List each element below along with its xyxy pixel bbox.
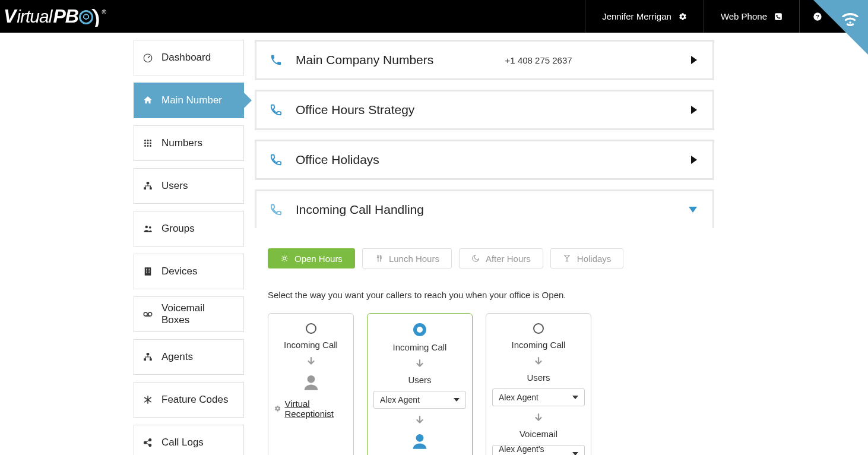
sidebar-item-label: Groups [161,223,195,235]
gear-icon [274,405,281,412]
home-icon [142,95,153,106]
card-voicemail-label: Voicemail [519,429,557,439]
svg-rect-25 [149,273,150,274]
svg-point-13 [150,145,151,147]
card-incoming-label: Incoming Call [393,342,447,352]
radio-selected[interactable] [413,323,426,336]
card-users-label: Users [527,372,550,383]
sidebar-item-call-logs[interactable]: Call Logs [134,425,244,455]
chevron-down-icon [689,207,697,213]
routing-card-user-voicemail[interactable]: Incoming Call Users Alex Agent Voicemail… [486,313,591,455]
sidebar-item-main-number[interactable]: Main Number [134,83,244,118]
tab-label: Holidays [577,254,612,264]
sidebar-item-label: Call Logs [161,437,204,448]
radio-unselected[interactable] [306,323,316,334]
svg-rect-15 [144,187,146,189]
sidebar-item-dashboard[interactable]: Dashboard [134,40,244,75]
svg-point-26 [144,312,147,316]
user-menu[interactable]: Jennifer Merrigan [585,0,704,33]
sidebar-item-label: Users [161,180,188,192]
user-name-label: Jennifer Merrigan [602,11,671,21]
sidebar-item-agents[interactable]: Agents [134,339,244,375]
virtual-receptionist-link[interactable]: Virtual Receptionist [284,399,347,419]
svg-point-8 [144,143,146,144]
panel-header-incoming[interactable]: Incoming Call Handling [256,191,712,228]
routing-card-user-receptionist[interactable]: Incoming Call Users Alex Agent Virtual R… [367,313,473,455]
web-phone-button[interactable]: Web Phone [704,0,799,33]
logo-text-irtual: irtual [17,7,52,27]
svg-rect-28 [147,353,150,355]
tab-holidays[interactable]: Holidays [550,248,624,268]
chevron-right-icon [691,156,697,164]
svg-rect-21 [149,269,150,270]
svg-rect-30 [150,358,152,361]
tab-after-hours[interactable]: After Hours [459,248,543,268]
sidebar-item-devices[interactable]: Devices [134,254,244,289]
panel-header-office-hours[interactable]: Office Hours Strategy [256,91,712,128]
arrow-down-icon [533,356,544,366]
svg-point-27 [148,312,152,316]
sidebar-item-label: Agents [161,351,193,363]
select-value: Alex Agent [380,395,420,405]
hours-tab-row: Open Hours Lunch Hours After Hours Holid… [268,248,701,268]
svg-rect-0 [775,13,782,20]
sidebar-item-voicemail[interactable]: Voicemail Boxes [134,296,244,332]
routing-card-row: Incoming Call Virtual Receptionist Incom… [268,313,701,455]
phone-icon [270,153,283,166]
tab-open-hours[interactable]: Open Hours [268,248,355,268]
arrow-down-icon [414,415,425,425]
svg-rect-22 [146,271,147,272]
user-select[interactable]: Alex Agent [373,391,466,409]
panel-office-holidays: Office Holidays [255,140,714,180]
chevron-right-icon [691,56,697,64]
user-icon [410,431,430,451]
utensils-icon [375,254,383,263]
org-icon [142,181,153,191]
select-value: Alex Agent's VMBox [499,444,572,455]
panel-title: Main Company Numbers [296,53,433,67]
svg-rect-23 [149,271,150,272]
phone-icon [270,53,283,67]
vmbox-select[interactable]: Alex Agent's VMBox [492,445,585,455]
wifi-icon[interactable] [840,8,861,30]
top-bar: VirtualPB(® Jennifer Merrigan Web Phone … [0,0,868,33]
panel-office-hours: Office Hours Strategy [255,90,714,130]
main-content: Main Company Numbers +1 408 275 2637 Off… [244,33,725,455]
panel-header-main-company[interactable]: Main Company Numbers +1 408 275 2637 [256,42,712,78]
org-icon [142,352,153,362]
svg-rect-29 [144,358,146,361]
panel-header-office-holidays[interactable]: Office Holidays [256,141,712,178]
tab-label: Open Hours [294,254,343,264]
caret-down-icon [454,398,460,402]
sidebar-item-numbers[interactable]: Numbers [134,125,244,161]
svg-point-7 [150,140,151,141]
instruction-text: Select the way you want your callers to … [268,290,701,300]
panel-title: Incoming Call Handling [296,203,424,217]
svg-point-9 [147,143,149,144]
sidebar-item-groups[interactable]: Groups [134,211,244,247]
logo-text-pb: PB [53,5,78,27]
arrow-down-icon [533,412,544,423]
moon-icon [471,254,480,263]
sidebar-item-users[interactable]: Users [134,168,244,204]
svg-point-3 [849,21,851,24]
sidebar-item-label: Main Number [161,94,222,106]
panel-phone-number: +1 408 275 2637 [505,55,572,65]
radio-unselected[interactable] [533,323,544,334]
caret-down-icon [572,452,578,455]
svg-point-11 [144,145,146,147]
tab-lunch-hours[interactable]: Lunch Hours [362,248,452,268]
user-select[interactable]: Alex Agent [492,388,585,406]
select-value: Alex Agent [499,393,538,402]
phone-icon [270,203,283,216]
web-phone-label: Web Phone [721,11,767,21]
card-users-label: Users [408,375,431,385]
gauge-icon [142,52,153,63]
routing-card-receptionist[interactable]: Incoming Call Virtual Receptionist [268,313,354,455]
logo-text-v: V [4,5,15,27]
logo-ring-icon [79,10,93,24]
svg-rect-20 [146,269,147,270]
sidebar-item-feature-codes[interactable]: Feature Codes [134,382,244,418]
brand-logo: VirtualPB(® [0,5,104,27]
grid-icon [142,138,153,148]
